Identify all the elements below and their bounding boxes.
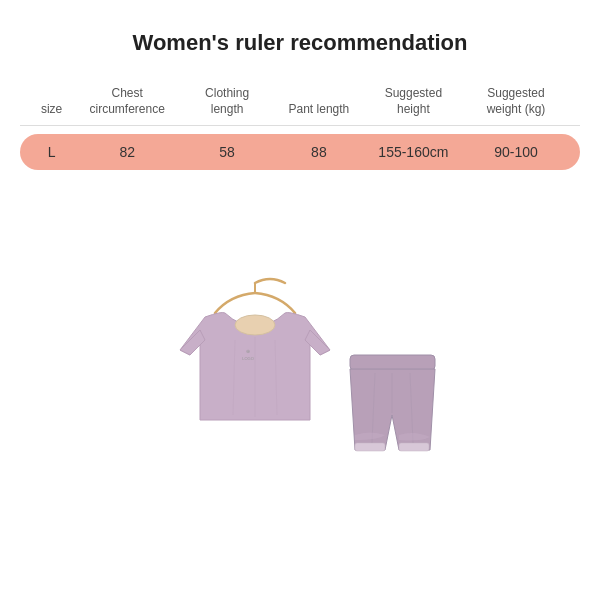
cell-weight: 90-100 [462, 144, 570, 160]
col-header-weight: Suggestedweight (kg) [462, 86, 570, 117]
main-container: Women's ruler recommendation size Chestc… [0, 0, 600, 600]
product-illustration: ⊕ LOGO [140, 275, 460, 495]
cell-pant-length: 88 [273, 144, 365, 160]
cell-height: 155-160cm [365, 144, 462, 160]
svg-rect-8 [355, 443, 385, 451]
svg-rect-9 [399, 443, 429, 451]
page-title: Women's ruler recommendation [133, 30, 468, 56]
svg-text:LOGO: LOGO [242, 356, 254, 361]
svg-rect-7 [350, 355, 435, 370]
col-header-chest: Chestcircumference [73, 86, 181, 117]
col-header-size: size [30, 102, 73, 118]
col-header-pant: Pant length [273, 102, 365, 118]
size-table: size Chestcircumference Clothinglength P… [20, 86, 580, 170]
cell-chest: 82 [73, 144, 181, 160]
col-header-height: Suggestedheight [365, 86, 462, 117]
cell-size: L [30, 144, 73, 160]
table-row: L 82 58 88 155-160cm 90-100 [20, 134, 580, 170]
cell-clothing-length: 58 [181, 144, 273, 160]
svg-text:⊕: ⊕ [246, 348, 250, 354]
table-header: size Chestcircumference Clothinglength P… [20, 86, 580, 126]
col-header-length: Clothinglength [181, 86, 273, 117]
product-image: ⊕ LOGO [20, 190, 580, 580]
svg-point-1 [235, 315, 275, 335]
